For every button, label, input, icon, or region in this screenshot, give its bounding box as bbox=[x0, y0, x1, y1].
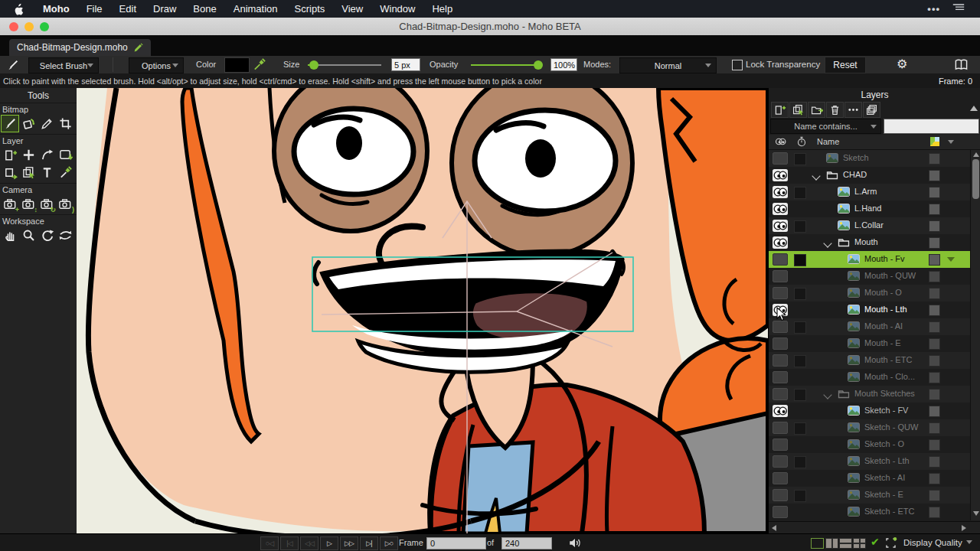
split-horizontal-view-icon[interactable] bbox=[839, 538, 852, 549]
layer-color-swatch[interactable] bbox=[929, 305, 940, 316]
vertical-scroll-thumb[interactable] bbox=[972, 159, 979, 199]
duplicate-layer-tool[interactable] bbox=[19, 164, 38, 181]
eyedropper-tool[interactable] bbox=[56, 164, 74, 181]
layer-visibility-toggle[interactable] bbox=[773, 253, 788, 266]
layer-visibility-toggle[interactable] bbox=[773, 321, 788, 333]
layer-visibility-toggle[interactable] bbox=[773, 220, 788, 232]
layer-color-swatch[interactable] bbox=[929, 338, 940, 350]
menu-edit[interactable]: Edit bbox=[111, 0, 145, 18]
tab-active-document[interactable]: Chad-Bitmap-Design.moho bbox=[9, 39, 151, 56]
jump-start-button[interactable]: ○◁ bbox=[260, 536, 279, 550]
curve-arrow-tool[interactable] bbox=[38, 146, 56, 164]
total-frames-input[interactable]: 240 bbox=[501, 537, 552, 549]
layer-animation-toggle[interactable] bbox=[794, 490, 806, 502]
layer-row-mouth-sketches[interactable]: Mouth Sketches bbox=[769, 386, 970, 403]
pencil-tool[interactable] bbox=[38, 115, 56, 132]
layer-color-swatch[interactable] bbox=[929, 187, 940, 198]
layer-animation-toggle[interactable] bbox=[794, 422, 806, 435]
layer-visibility-toggle[interactable] bbox=[773, 287, 788, 299]
layer-row-sketch-ai[interactable]: Sketch - AI bbox=[769, 470, 970, 487]
blend-mode-dropdown[interactable]: Normal bbox=[619, 57, 717, 73]
menu-draw[interactable]: Draw bbox=[145, 0, 185, 18]
flip-workspace-tool[interactable] bbox=[56, 227, 74, 244]
layer-row-l-arm[interactable]: L.Arm bbox=[769, 184, 970, 201]
layer-stack-button[interactable] bbox=[863, 102, 880, 118]
size-slider[interactable] bbox=[308, 64, 381, 66]
paint-brush-tool[interactable] bbox=[1, 115, 19, 132]
enable-checkmark-icon[interactable]: ✔ bbox=[871, 536, 880, 548]
layer-row-sketch-lth[interactable]: Sketch - Lth bbox=[769, 453, 970, 470]
layer-row-l-collar[interactable]: L.Collar bbox=[769, 217, 970, 234]
layer-visibility-toggle[interactable] bbox=[773, 236, 788, 249]
options-dropdown[interactable]: Options bbox=[129, 57, 184, 73]
size-value-field[interactable]: 5 px bbox=[391, 58, 420, 71]
layer-animation-toggle[interactable] bbox=[794, 220, 806, 233]
layer-row-mouth-clo-[interactable]: Mouth - Clo... bbox=[769, 369, 970, 386]
layer-color-swatch[interactable] bbox=[929, 406, 940, 417]
scroll-left-icon[interactable] bbox=[772, 525, 776, 531]
color-filter-swatch-icon[interactable] bbox=[930, 137, 939, 146]
layer-animation-toggle[interactable] bbox=[794, 153, 806, 165]
folder-expand-chevron-icon[interactable] bbox=[812, 171, 820, 180]
layer-animation-toggle[interactable] bbox=[794, 389, 806, 401]
zoom-magnifier-tool[interactable] bbox=[19, 227, 38, 244]
pan-hand-tool[interactable] bbox=[1, 227, 19, 244]
layer-options-arrow-icon[interactable] bbox=[947, 257, 955, 262]
current-frame-input[interactable]: 0 bbox=[426, 537, 486, 549]
layer-visibility-toggle[interactable] bbox=[773, 455, 788, 468]
layer-animation-toggle[interactable] bbox=[794, 355, 806, 367]
camera-track-tool[interactable]: ↕ bbox=[19, 195, 38, 213]
layer-row-sketch-e[interactable]: Sketch - E bbox=[769, 487, 970, 504]
menu-help[interactable]: Help bbox=[423, 0, 461, 18]
menu-file[interactable]: File bbox=[78, 0, 111, 18]
layers-horizontal-scrollbar[interactable] bbox=[769, 521, 980, 534]
layer-row-mouth-o[interactable]: Mouth - O bbox=[769, 285, 970, 302]
go-end-button[interactable]: ▷| bbox=[360, 536, 378, 550]
camera-add-tool[interactable]: + bbox=[1, 195, 19, 213]
layer-row-chad[interactable]: CHAD bbox=[769, 167, 970, 184]
drawing-canvas[interactable] bbox=[77, 88, 768, 533]
paint-bucket-tool[interactable] bbox=[19, 115, 38, 132]
play-button[interactable]: ▷ bbox=[320, 536, 338, 550]
collapse-panel-arrow-icon[interactable] bbox=[970, 106, 978, 111]
layer-color-swatch[interactable] bbox=[929, 422, 940, 434]
layer-visibility-toggle[interactable] bbox=[773, 169, 788, 181]
layer-row-mouth-e[interactable]: Mouth - E bbox=[769, 335, 970, 352]
opacity-slider[interactable] bbox=[471, 64, 541, 66]
layer-row-mouth-ai[interactable]: Mouth - AI bbox=[769, 318, 970, 335]
audio-volume-icon[interactable] bbox=[568, 537, 582, 549]
apple-menu-icon[interactable] bbox=[14, 3, 24, 15]
layer-color-swatch[interactable] bbox=[929, 321, 940, 333]
layer-color-swatch[interactable] bbox=[929, 507, 940, 518]
camera-pan-tool[interactable]: ↻ bbox=[38, 195, 56, 213]
display-quality-dropdown[interactable]: Display Quality bbox=[903, 538, 962, 547]
split-vertical-view-icon[interactable] bbox=[825, 538, 838, 549]
sort-dropdown-icon[interactable] bbox=[948, 140, 954, 144]
layers-vertical-scrollbar[interactable] bbox=[970, 150, 980, 520]
layer-row-mouth[interactable]: Mouth bbox=[769, 234, 970, 251]
gear-settings-icon[interactable]: ⚙ bbox=[897, 57, 907, 71]
go-start-button[interactable]: |◁ bbox=[280, 536, 299, 550]
opacity-value-field[interactable]: 100% bbox=[550, 58, 577, 71]
layer-row-sketch-quw[interactable]: Sketch - QUW bbox=[769, 419, 970, 436]
layer-row-mouth-fv[interactable]: Mouth - Fv bbox=[769, 251, 970, 268]
scroll-up-icon[interactable] bbox=[973, 152, 979, 157]
loop-button[interactable]: ▷○ bbox=[380, 536, 398, 550]
manual-book-icon[interactable] bbox=[954, 57, 969, 72]
control-center-icon[interactable] bbox=[952, 3, 965, 15]
layer-color-swatch[interactable] bbox=[929, 204, 940, 215]
menu-animation[interactable]: Animation bbox=[225, 0, 286, 18]
menu-view[interactable]: View bbox=[333, 0, 371, 18]
layer-visibility-toggle[interactable] bbox=[773, 405, 788, 417]
new-layer-button[interactable] bbox=[771, 102, 789, 118]
layer-color-swatch[interactable] bbox=[929, 490, 940, 501]
menu-bone[interactable]: Bone bbox=[185, 0, 224, 18]
select-brush-dropdown[interactable]: Select Brush bbox=[28, 57, 99, 73]
new-layer-tool[interactable] bbox=[1, 146, 19, 164]
display-quality-arrow-icon[interactable] bbox=[966, 540, 972, 544]
layer-color-swatch[interactable] bbox=[929, 170, 940, 181]
layer-color-swatch[interactable] bbox=[929, 271, 940, 282]
layer-search-input[interactable] bbox=[884, 119, 979, 134]
layer-color-swatch[interactable] bbox=[929, 153, 940, 165]
layer-visibility-toggle[interactable] bbox=[773, 422, 788, 434]
